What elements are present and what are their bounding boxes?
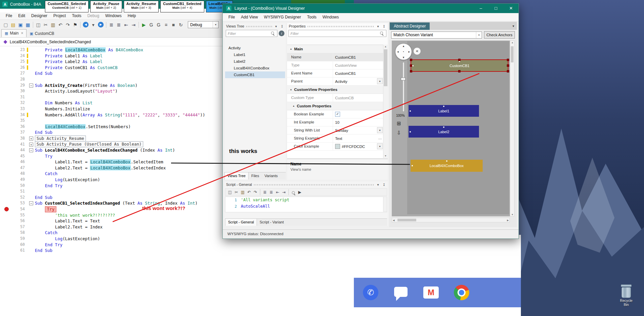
selection-handle[interactable] bbox=[507, 70, 509, 72]
minimize-button[interactable]: – bbox=[473, 4, 488, 13]
property-section-custom-properties[interactable]: ▲Custom Properties bbox=[287, 102, 383, 110]
zoom-slider-thumb[interactable] bbox=[401, 77, 406, 81]
designer-view-label2[interactable]: Label2 bbox=[409, 126, 479, 138]
format-icon[interactable]: ≣ bbox=[262, 189, 268, 196]
property-row-string-example[interactable]: String ExampleText… bbox=[287, 135, 383, 143]
arrow-down-icon[interactable]: ▾ bbox=[403, 56, 405, 59]
menu-file[interactable]: File bbox=[3, 12, 15, 19]
menu-edit[interactable]: Edit bbox=[15, 12, 28, 19]
collapse-region-icon[interactable]: − bbox=[29, 148, 33, 152]
dropdown-arrow-icon[interactable]: ▼ bbox=[377, 143, 383, 149]
property-row-color-example[interactable]: Color Example#FFCFDCDC▼ bbox=[287, 143, 383, 151]
chevron-down-icon[interactable]: ▾ bbox=[376, 24, 380, 28]
selection-handle[interactable] bbox=[410, 70, 412, 72]
save-icon[interactable]: ▣ bbox=[17, 21, 24, 29]
phone-icon[interactable]: ✆ bbox=[363, 285, 378, 300]
tab-abstract-designer[interactable]: Abstract Designer bbox=[390, 22, 430, 30]
step-into-icon[interactable]: G bbox=[148, 21, 155, 29]
gmail-icon[interactable]: M bbox=[423, 286, 439, 299]
ellipsis-button[interactable]: … bbox=[378, 136, 382, 141]
property-value[interactable]: CustomCB1 bbox=[333, 69, 383, 77]
outdent-icon[interactable]: ⇤ bbox=[122, 21, 130, 29]
bookmark-icon[interactable]: ⚑ bbox=[71, 21, 79, 29]
quick-tab-customcb1-selected[interactable]: CustomCB1_SelectedCustomCB (ctrl + 1) bbox=[45, 1, 89, 12]
doc-tab-main[interactable]: ▦Main× bbox=[1, 29, 26, 37]
tab-script-variant[interactable]: Script - Variant bbox=[257, 219, 286, 226]
arrow-left-icon[interactable]: ◂ bbox=[397, 50, 399, 53]
pin-icon[interactable]: ↧ bbox=[280, 24, 284, 28]
properties-scrollbar[interactable]: ▲ ▼ bbox=[383, 45, 388, 158]
refresh-icon[interactable]: ↻ bbox=[177, 21, 184, 29]
close-button[interactable]: ✕ bbox=[503, 4, 519, 13]
menu-tools[interactable]: Tools bbox=[69, 12, 84, 19]
dropdown-arrow-icon[interactable]: ▼ bbox=[377, 127, 383, 133]
property-section-main[interactable]: ▲Main bbox=[287, 45, 383, 53]
outdent-icon[interactable]: ⇤ bbox=[274, 189, 281, 196]
collapse-section-icon[interactable]: ▲ bbox=[290, 86, 292, 94]
scroll-right-icon[interactable]: ▶ bbox=[507, 219, 509, 222]
canvas-vertical-scrollbar[interactable]: ▲ ▼ bbox=[510, 41, 515, 216]
menu-file[interactable]: File bbox=[225, 13, 238, 21]
property-value[interactable]: Activity▼ bbox=[333, 77, 383, 85]
new-file-icon[interactable]: ▢ bbox=[2, 21, 9, 29]
undo-icon[interactable]: ↶ bbox=[246, 189, 252, 196]
anchor-grid-icon[interactable]: ⊞ bbox=[397, 120, 401, 126]
property-row-name[interactable]: NameCustomCB1 bbox=[287, 53, 383, 61]
format-code-icon[interactable]: ≣ bbox=[108, 21, 115, 29]
chevron-down-icon[interactable]: ▾ bbox=[376, 183, 380, 187]
recycle-bin-shortcut[interactable]: Recycle Bin bbox=[617, 284, 635, 305]
property-row-parent[interactable]: ParentActivity▼ bbox=[287, 77, 383, 86]
check-anchors-button[interactable]: Check Anchors bbox=[484, 31, 515, 39]
tab-script-general[interactable]: Script - General bbox=[225, 219, 257, 226]
navigate-back-icon[interactable]: ◀ bbox=[83, 22, 89, 28]
tab-views-tree[interactable]: Views Tree bbox=[224, 172, 249, 179]
property-row-custom-type[interactable]: Custom TypeCustomCB bbox=[287, 94, 383, 102]
menu-debug[interactable]: Debug bbox=[84, 12, 102, 19]
copy-icon[interactable]: ◫ bbox=[227, 189, 233, 196]
property-row-boolean-example[interactable]: Boolean Example✓ bbox=[287, 110, 383, 118]
scroll-up-icon[interactable]: ▲ bbox=[383, 45, 388, 49]
properties-filter-input[interactable] bbox=[289, 32, 386, 36]
doc-tab-customcb[interactable]: ▣CustomCB bbox=[26, 30, 57, 37]
chevron-down-icon[interactable]: ▾ bbox=[274, 24, 278, 28]
designer-view-customcb1[interactable]: CustomCB1 bbox=[411, 60, 508, 71]
chevron-down-icon[interactable]: ▾ bbox=[513, 22, 514, 30]
menu-designer[interactable]: Designer bbox=[28, 12, 50, 19]
arrow-right-icon[interactable]: ▸ bbox=[408, 50, 410, 53]
send-to-back-icon[interactable]: ⇩ bbox=[397, 130, 401, 136]
zoom-slider[interactable] bbox=[401, 62, 406, 112]
cut-icon[interactable]: ✂ bbox=[233, 189, 239, 196]
chevron-down-icon[interactable]: ▾ bbox=[476, 32, 482, 38]
designer-canvas[interactable]: ▴ ▾ ◂ ▸ • « 100% ⊞ ⇩ CustomCB1Label1Labe… bbox=[392, 41, 510, 216]
undo-icon[interactable]: ↶ bbox=[57, 21, 64, 29]
variant-dropdown[interactable]: Match Chosen Variant ▾ bbox=[391, 32, 482, 39]
quick-tab-customcb1-selected[interactable]: CustomCB1_SelectedMain (ctrl + 4) bbox=[160, 1, 204, 12]
save-all-icon[interactable]: ▦ bbox=[24, 21, 32, 29]
selection-handle[interactable] bbox=[507, 64, 509, 67]
menu-add-view[interactable]: Add View bbox=[238, 13, 261, 21]
tree-item-localb4xcombobox[interactable]: LocalB4XComboBox bbox=[225, 65, 285, 71]
arrow-up-icon[interactable]: ▴ bbox=[403, 44, 405, 48]
navigate-forward-icon[interactable]: ▶ bbox=[98, 22, 104, 28]
info-icon[interactable]: i bbox=[279, 31, 284, 36]
tree-item-customcb1[interactable]: CustomCB1 bbox=[225, 71, 285, 78]
property-value[interactable]: #FFCFDCDC▼ bbox=[333, 143, 383, 150]
pin-icon[interactable]: ↧ bbox=[382, 24, 386, 28]
script-editor[interactable]: 1'All variants script2AutoScaleAll bbox=[225, 197, 387, 212]
run-script-icon[interactable]: ▶ bbox=[297, 189, 303, 196]
selection-handle[interactable] bbox=[410, 64, 412, 67]
menu-wysiwyg-designer[interactable]: WYSIWYG Designer bbox=[261, 13, 304, 21]
expand-region-icon[interactable]: + bbox=[29, 137, 33, 141]
designer-view-label1[interactable]: Label1 bbox=[409, 105, 479, 117]
scrollbar-thumb[interactable] bbox=[511, 46, 514, 62]
messages-icon[interactable] bbox=[393, 285, 408, 300]
menu-windows[interactable]: Windows bbox=[102, 12, 125, 19]
comment-icon[interactable]: ≣ bbox=[115, 21, 122, 29]
close-tab-icon[interactable]: × bbox=[21, 31, 23, 36]
indent-icon[interactable]: ⇥ bbox=[130, 21, 137, 29]
property-value[interactable]: Sunday▼ bbox=[333, 126, 383, 134]
indent-icon[interactable]: ⇥ bbox=[281, 189, 287, 196]
menu-windows[interactable]: Windows bbox=[320, 13, 342, 21]
scroll-down-icon[interactable]: ▼ bbox=[511, 213, 514, 216]
tab-variants[interactable]: Variants bbox=[262, 172, 280, 179]
